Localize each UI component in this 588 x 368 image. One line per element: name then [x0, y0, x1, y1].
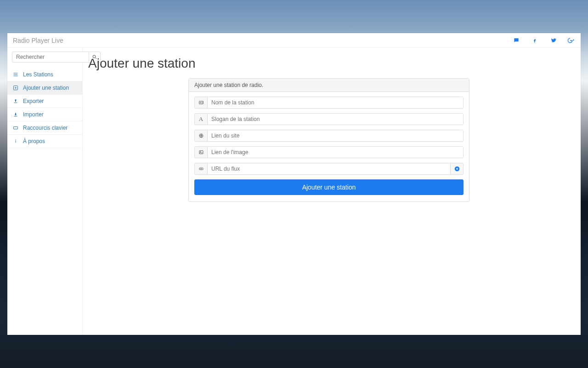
svg-rect-4	[14, 76, 18, 76]
svg-point-15	[200, 102, 201, 103]
svg-rect-2	[14, 73, 18, 74]
page-title: Ajouter une station	[88, 56, 570, 71]
stream-icon	[194, 163, 207, 175]
sidebar-item-label: Importer	[23, 111, 44, 118]
sidebar-item-export[interactable]: Exporter	[7, 95, 82, 108]
twitter-icon[interactable]	[549, 37, 557, 44]
plus-circle-icon	[454, 166, 460, 172]
facebook-icon[interactable]	[531, 37, 538, 44]
station-flux-input[interactable]	[207, 163, 451, 175]
sidebar-item-label: Raccourcis clavier	[23, 125, 68, 131]
sidebar-nav: Les Stations Ajouter une station Exporte…	[7, 66, 82, 148]
panel-body: A	[189, 92, 469, 201]
topbar: Radio Player Live	[7, 33, 581, 48]
sidebar-item-stations[interactable]: Les Stations	[7, 68, 82, 81]
sidebar-item-label: Ajouter une station	[23, 85, 69, 91]
app-body: Les Stations Ajouter une station Exporte…	[7, 48, 581, 335]
panel-header: Ajouter une station de radio.	[189, 79, 469, 92]
field-image	[194, 146, 464, 158]
svg-rect-13	[16, 141, 16, 143]
sidebar-item-shortcuts[interactable]: Raccourcis clavier	[7, 121, 82, 135]
svg-rect-19	[199, 151, 203, 154]
sidebar-item-about[interactable]: À propos	[7, 135, 82, 148]
search-input[interactable]	[12, 52, 89, 63]
brand-title: Radio Player Live	[13, 37, 63, 44]
download-icon	[13, 112, 18, 117]
sidebar-item-import[interactable]: Importer	[7, 108, 82, 121]
field-flux	[194, 163, 464, 175]
field-site	[194, 130, 464, 142]
sidebar-item-label: À propos	[23, 138, 45, 144]
station-image-input[interactable]	[207, 146, 464, 158]
svg-point-12	[15, 139, 16, 140]
main-content: Ajouter une station Ajouter une station …	[83, 48, 581, 335]
submit-button[interactable]: Ajouter une station	[194, 179, 464, 195]
font-icon: A	[194, 113, 207, 125]
field-slogan: A	[194, 113, 464, 125]
station-slogan-input[interactable]	[207, 113, 464, 125]
google-plus-icon[interactable]	[568, 37, 575, 44]
add-flux-button[interactable]	[451, 163, 464, 175]
sidebar-item-label: Les Stations	[23, 71, 53, 78]
sidebar: Les Stations Ajouter une station Exporte…	[7, 48, 83, 335]
list-icon	[13, 72, 18, 77]
plus-square-icon	[13, 85, 18, 91]
globe-icon	[194, 130, 207, 142]
topbar-social	[513, 37, 575, 44]
sidebar-item-label: Exporter	[23, 98, 44, 104]
station-site-input[interactable]	[207, 130, 464, 142]
field-name	[194, 97, 464, 109]
info-icon	[13, 138, 18, 144]
keyboard-icon	[13, 125, 18, 131]
svg-rect-3	[14, 75, 18, 75]
station-name-input[interactable]	[207, 97, 464, 109]
sidebar-item-add-station[interactable]: Ajouter une station	[7, 81, 82, 95]
id-card-icon	[194, 97, 207, 109]
app-window: Radio Player Live	[7, 33, 581, 335]
upload-icon	[13, 98, 18, 104]
svg-rect-8	[14, 127, 18, 129]
comment-icon[interactable]	[513, 37, 520, 44]
search-row	[7, 48, 82, 66]
add-station-panel: Ajouter une station de radio. A	[188, 78, 469, 202]
image-icon	[194, 146, 207, 158]
